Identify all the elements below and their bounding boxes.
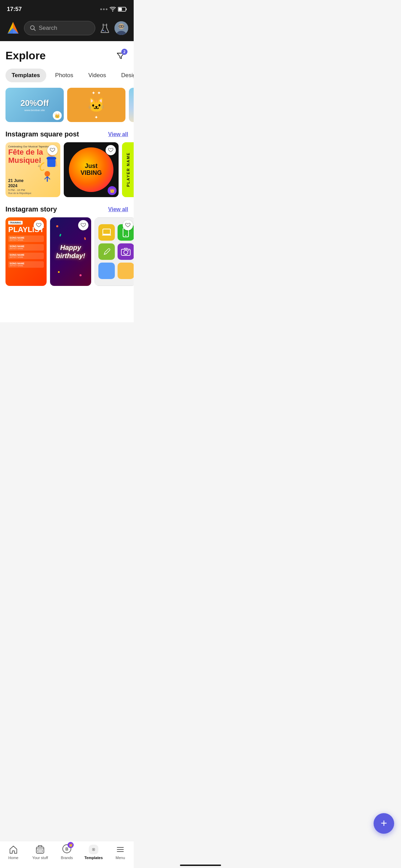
heart-btn-playlist[interactable] [34, 220, 44, 230]
partial-icon-2 [118, 263, 134, 279]
instagram-story-header: Instagram story View all [0, 203, 134, 217]
user-avatar[interactable] [114, 21, 128, 35]
svg-point-2 [106, 9, 108, 10]
card-clouds[interactable] [129, 88, 134, 122]
svg-point-14 [102, 30, 104, 31]
app-header: Search [0, 17, 134, 41]
heart-icon [125, 223, 131, 228]
heart-icon [50, 148, 55, 153]
app-logo[interactable] [5, 21, 21, 36]
heart-btn-vibing[interactable] [106, 145, 116, 155]
svg-rect-37 [103, 234, 110, 234]
svg-point-15 [105, 31, 106, 32]
search-bar[interactable]: Search [24, 21, 95, 35]
svg-point-1 [103, 9, 105, 10]
svg-point-0 [100, 9, 102, 10]
laptop-app-icon [98, 224, 115, 241]
explore-header: Explore 2 [0, 41, 134, 67]
status-bar: 17:57 [0, 0, 134, 17]
story-card-birthday[interactable]: Happybirthday! [50, 217, 91, 286]
filter-button[interactable]: 2 [113, 48, 128, 63]
status-time: 17:57 [7, 6, 22, 13]
svg-rect-38 [102, 234, 111, 236]
sq-card-vibing[interactable]: JustVIBING 👑 [64, 142, 119, 197]
camera-app-icon [118, 243, 134, 260]
partial-icon-1 [98, 263, 115, 279]
svg-line-12 [34, 29, 36, 31]
sq-card-fete[interactable]: Celebrating Our Musical Tapestry Fête de… [5, 142, 60, 197]
instagram-square-view-all[interactable]: View all [108, 131, 128, 137]
flask-icon [100, 23, 109, 33]
svg-rect-36 [103, 229, 110, 234]
story-card-playlist[interactable]: TRAINING PLAYLIST SONG NAME ARTIST NAME … [5, 217, 47, 286]
card-cat[interactable]: ✦ ✦ 🐱 ✦ [67, 88, 125, 122]
card-20off[interactable]: 20%Off www.bestbar.site 👑 [5, 88, 64, 122]
explore-tabs: Templates Photos Videos Design [0, 67, 134, 88]
heart-btn-birthday[interactable] [78, 220, 88, 230]
instagram-square-title: Instagram square post [5, 130, 79, 138]
story-card-app-icons[interactable] [95, 217, 134, 286]
tab-photos[interactable]: Photos [49, 69, 80, 82]
svg-point-40 [125, 235, 126, 236]
heart-btn-app-icons[interactable] [123, 220, 133, 230]
status-icons [100, 7, 127, 12]
flask-button[interactable] [99, 22, 111, 34]
svg-rect-4 [126, 9, 127, 10]
tab-design[interactable]: Design [115, 69, 134, 82]
svg-point-21 [121, 25, 124, 28]
wifi-icon [110, 7, 116, 12]
tab-videos[interactable]: Videos [82, 69, 112, 82]
heart-icon [108, 148, 113, 153]
explore-title: Explore [5, 49, 46, 62]
heart-icon [36, 223, 41, 228]
pencil-app-icon [98, 243, 115, 260]
instagram-story-cards: TRAINING PLAYLIST SONG NAME ARTIST NAME … [0, 217, 134, 291]
search-placeholder: Search [39, 25, 57, 32]
svg-point-29 [45, 171, 50, 177]
svg-line-28 [56, 159, 57, 166]
svg-text:♫: ♫ [38, 164, 40, 168]
svg-point-43 [124, 250, 128, 254]
heart-btn-fete[interactable] [47, 145, 58, 155]
heart-icon [81, 223, 86, 228]
svg-point-44 [128, 250, 129, 251]
svg-rect-5 [119, 8, 122, 11]
instagram-square-header: Instagram square post View all [0, 128, 134, 142]
svg-text:♪: ♪ [39, 158, 41, 163]
search-icon [30, 25, 36, 31]
tab-templates[interactable]: Templates [5, 69, 46, 82]
main-content: Explore 2 Templates Photos Videos Design [0, 41, 134, 322]
instagram-square-cards: Celebrating Our Musical Tapestry Fête de… [0, 142, 134, 203]
instagram-story-title: Instagram story [5, 205, 57, 213]
instagram-story-view-all[interactable]: View all [108, 206, 128, 213]
svg-rect-27 [47, 157, 56, 159]
premium-badge-vibing: 👑 [108, 186, 117, 195]
battery-icon [118, 7, 127, 12]
top-cards-row: 20%Off www.bestbar.site 👑 ✦ ✦ 🐱 ✦ [0, 88, 134, 128]
signal-icon [100, 7, 108, 11]
sq-card-player[interactable]: PLAYER NAME SPONSORSWANTED [122, 142, 134, 197]
filter-badge: 2 [121, 49, 127, 55]
